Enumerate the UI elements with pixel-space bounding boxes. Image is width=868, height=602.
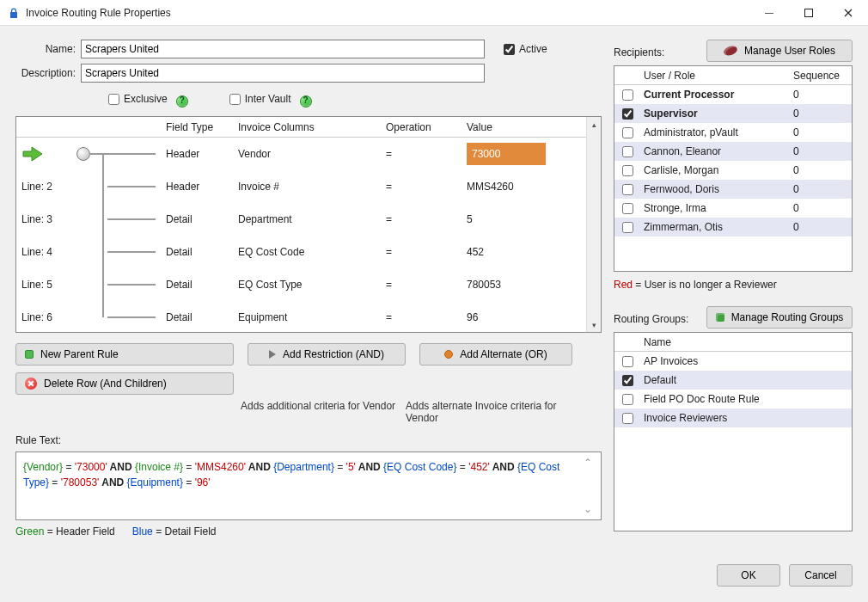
ok-label: OK [741, 569, 755, 581]
grid-row[interactable]: Line: 2HeaderInvoice #=MMS4260 [16, 170, 601, 203]
intervault-checkbox[interactable]: Inter Vault [229, 93, 291, 105]
recipient-row[interactable]: Carlisle, Morgan0 [614, 161, 852, 180]
manage-user-roles-button[interactable]: Manage User Roles [706, 40, 853, 62]
cell-value[interactable]: 452 [462, 236, 601, 268]
recipient-row[interactable]: Stronge, Irma0 [614, 199, 852, 218]
group-row[interactable]: Invoice Reviewers [614, 408, 852, 427]
group-checkbox[interactable] [622, 394, 633, 405]
grid-row[interactable]: Line: 5DetailEQ Cost Type=780053 [16, 268, 601, 301]
delete-row-button[interactable]: Delete Row (And Children) [15, 372, 234, 395]
help-icon[interactable] [176, 95, 188, 108]
cell-fieldtype[interactable]: Detail [161, 203, 233, 236]
recipient-name: Carlisle, Morgan [640, 164, 790, 176]
rule-text-label: Rule Text: [15, 434, 602, 446]
cell-operation[interactable]: = [381, 301, 462, 332]
active-checkbox[interactable]: Active [504, 43, 547, 55]
cell-fieldtype[interactable]: Header [161, 170, 233, 203]
cell-fieldtype[interactable]: Header [161, 138, 233, 170]
col-value[interactable]: Value [462, 118, 601, 137]
recipient-checkbox[interactable] [622, 146, 633, 157]
group-row[interactable]: Default [614, 371, 852, 390]
close-button[interactable] [828, 0, 868, 26]
cell-operation[interactable]: = [381, 268, 462, 301]
col-fieldtype[interactable]: Field Type [161, 118, 233, 137]
cell-value[interactable]: 96 [462, 301, 601, 332]
cell-invoice-column[interactable]: Vendor [233, 138, 381, 170]
group-checkbox[interactable] [622, 413, 633, 424]
rule-token: AND [107, 461, 135, 473]
recipient-row[interactable]: Zimmerman, Otis0 [614, 218, 852, 236]
recipient-row[interactable]: Fernwood, Doris0 [614, 180, 852, 199]
group-checkbox[interactable] [622, 356, 633, 367]
grid-row[interactable]: Line: 6DetailEquipment=96 [16, 301, 601, 332]
cell-invoice-column[interactable]: EQ Cost Type [233, 268, 381, 301]
col-user-role[interactable]: User / Role [640, 70, 790, 82]
cell-value[interactable]: 780053 [462, 268, 601, 301]
col-group-name[interactable]: Name [640, 336, 852, 348]
name-input[interactable] [81, 40, 485, 58]
recipient-checkbox[interactable] [622, 165, 633, 176]
cell-operation[interactable]: = [381, 203, 462, 236]
ok-button[interactable]: OK [717, 564, 780, 587]
recipient-checkbox[interactable] [622, 184, 633, 195]
add-alternate-button[interactable]: Add Alternate (OR) [419, 343, 572, 366]
recipient-checkbox[interactable] [622, 222, 633, 233]
recipient-checkbox[interactable] [622, 203, 633, 214]
rules-grid[interactable]: Field Type Invoice Columns Operation Val… [15, 116, 602, 333]
new-parent-rule-button[interactable]: New Parent Rule [15, 343, 234, 366]
col-sequence[interactable]: Sequence [790, 70, 852, 82]
maximize-button[interactable] [789, 0, 828, 26]
square-green-icon [716, 313, 724, 322]
recipient-checkbox[interactable] [622, 108, 633, 120]
scroll-up-icon[interactable]: ▴ [587, 117, 602, 132]
ruletext-scrollbar[interactable]: ⌃ ⌄ [584, 455, 598, 517]
grid-scrollbar[interactable]: ▴ ▾ [586, 117, 601, 332]
minimize-button[interactable]: — [749, 0, 789, 26]
grid-row[interactable]: HeaderVendor=73000 [16, 138, 601, 170]
manage-routing-groups-button[interactable]: Manage Routing Groups [706, 306, 853, 329]
cell-invoice-column[interactable]: Equipment [233, 301, 381, 332]
recipient-row[interactable]: Current Processor0 [614, 85, 852, 104]
chevron-up-icon[interactable]: ⌃ [584, 455, 598, 470]
cell-fieldtype[interactable]: Detail [161, 301, 233, 332]
col-invoice-columns[interactable]: Invoice Columns [233, 118, 381, 137]
cell-fieldtype[interactable]: Detail [161, 236, 233, 268]
grid-row[interactable]: Line: 4DetailEQ Cost Code=452 [16, 236, 601, 268]
cell-operation[interactable]: = [381, 170, 462, 203]
cell-value[interactable]: MMS4260 [462, 170, 601, 203]
recipient-row[interactable]: Cannon, Eleanor0 [614, 142, 852, 161]
routing-groups-list[interactable]: Name AP InvoicesDefaultField PO Doc Rout… [614, 332, 853, 531]
recipients-list[interactable]: User / Role Sequence Current Processor0S… [614, 65, 853, 272]
group-row[interactable]: Field PO Doc Route Rule [614, 390, 852, 408]
cell-invoice-column[interactable]: EQ Cost Code [233, 236, 381, 268]
recipient-checkbox[interactable] [622, 89, 633, 101]
cell-invoice-column[interactable]: Invoice # [233, 170, 381, 203]
recipient-row[interactable]: Supervisor0 [614, 104, 852, 123]
tree-connector [71, 268, 161, 301]
square-green-icon [25, 350, 34, 359]
cell-operation[interactable]: = [381, 138, 462, 170]
cell-operation[interactable]: = [381, 236, 462, 268]
cell-value[interactable]: 5 [462, 203, 601, 236]
rule-text-legend: Green = Header Field Blue = Detail Field [15, 525, 602, 538]
cell-value[interactable]: 73000 [462, 138, 601, 170]
cell-fieldtype[interactable]: Detail [161, 268, 233, 301]
grid-row[interactable]: Line: 3DetailDepartment=5 [16, 203, 601, 236]
rule-token: {EQ Cost Code} [383, 461, 456, 473]
exclusive-label: Exclusive [124, 93, 168, 105]
rule-token: AND [99, 476, 126, 488]
scroll-down-icon[interactable]: ▾ [587, 317, 602, 332]
chevron-down-icon[interactable]: ⌄ [584, 501, 598, 517]
cancel-button[interactable]: Cancel [789, 564, 853, 587]
cell-invoice-column[interactable]: Department [233, 203, 381, 236]
recipient-checkbox[interactable] [622, 127, 633, 138]
exclusive-checkbox[interactable]: Exclusive [108, 93, 168, 105]
rule-token: '452' [468, 461, 490, 473]
add-restriction-button[interactable]: Add Restriction (AND) [248, 343, 406, 366]
description-input[interactable] [81, 64, 485, 83]
group-checkbox[interactable] [622, 375, 633, 386]
col-operation[interactable]: Operation [381, 118, 462, 137]
group-row[interactable]: AP Invoices [614, 352, 852, 371]
help-icon[interactable] [300, 95, 312, 108]
recipient-row[interactable]: Administrator, pVault0 [614, 123, 852, 142]
